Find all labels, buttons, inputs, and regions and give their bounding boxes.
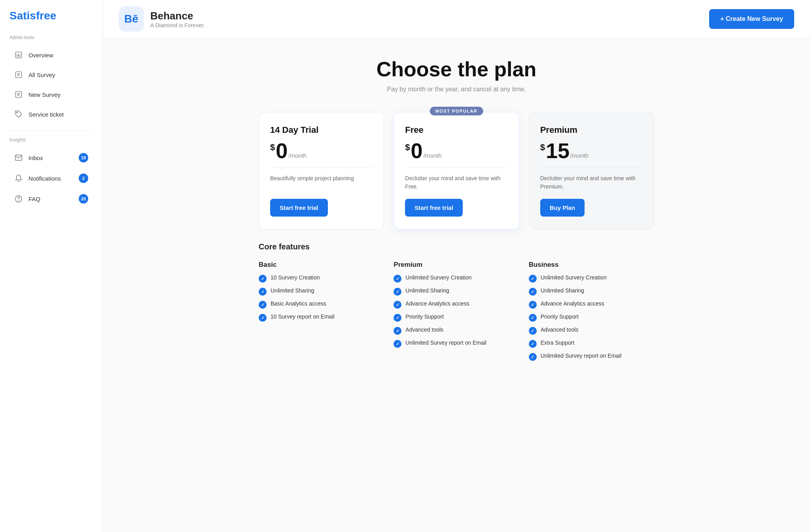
sidebar-new-survey-label: New Survey <box>28 91 88 98</box>
feature-text: Unlimited Survery Creation <box>405 274 471 281</box>
feature-item: Extra Support <box>529 340 654 348</box>
feature-text: Unlimited Sharing <box>405 287 449 294</box>
plan-divider-premium <box>540 168 643 168</box>
feature-item: Unlimited Survey report on Email <box>394 340 519 348</box>
check-icon <box>529 327 537 335</box>
feature-item: Unlimited Survery Creation <box>394 274 519 283</box>
feature-col-premium-title: Premium <box>394 261 519 269</box>
feature-text: Unlimited Survey report on Email <box>405 340 486 346</box>
check-icon <box>394 340 401 348</box>
inbox-badge: 18 <box>79 153 88 162</box>
feature-text: Advance Analytics access <box>541 300 604 307</box>
doc-icon <box>14 90 23 99</box>
feature-col-business-title: Business <box>529 261 654 269</box>
feature-text: Unlimited Survery Creation <box>541 274 607 281</box>
price-period-trial: /month <box>288 152 307 159</box>
sidebar-inbox-label: Inbox <box>28 155 73 161</box>
check-icon <box>394 314 401 322</box>
feature-text: 10 Survery Creation <box>271 274 320 281</box>
list-icon <box>14 70 23 79</box>
trial-btn[interactable]: Start free trial <box>270 199 328 217</box>
feature-text: Advanced tools <box>541 326 579 333</box>
chat-icon <box>14 194 23 203</box>
feature-text: Priority Support <box>405 313 443 320</box>
notifications-badge: 2 <box>79 174 88 183</box>
check-icon <box>259 288 267 296</box>
feature-item: Advance Analytics access <box>394 300 519 309</box>
header: Bē Behance A Diamond is Forever. + Creat… <box>103 0 810 38</box>
check-icon <box>394 288 401 296</box>
check-icon <box>529 340 537 348</box>
pricing-content: Choose the plan Pay by month or the year… <box>103 38 810 532</box>
feature-text: Priority Support <box>541 313 579 320</box>
brand-text: Behance A Diamond is Forever. <box>150 10 205 28</box>
check-icon <box>259 301 267 309</box>
feature-item: Priority Support <box>394 313 519 322</box>
plan-premium-name: Premium <box>540 125 643 135</box>
popular-badge: MOST POPULAR <box>430 107 483 115</box>
brand-icon: Bē <box>119 6 144 32</box>
check-icon <box>529 314 537 322</box>
feature-item: Unlimited Survey report on Email <box>529 353 654 361</box>
sidebar-overview-label: Overview <box>28 52 88 58</box>
plan-hero: Choose the plan Pay by month or the year… <box>119 57 794 93</box>
features-section: Core features Basic 10 Survery Creation … <box>259 242 654 366</box>
sidebar-item-service-ticket[interactable]: Service ticket <box>5 105 98 123</box>
plan-title: Choose the plan <box>119 57 794 81</box>
free-btn[interactable]: Start free trial <box>405 199 463 217</box>
price-amount-premium: 15 <box>546 140 570 161</box>
sidebar-divider <box>9 130 93 131</box>
inbox-icon <box>14 153 23 162</box>
app-logo[interactable]: Satisfree <box>0 9 102 35</box>
check-icon <box>529 275 537 283</box>
check-icon <box>394 301 401 309</box>
feature-item: Basic Analytics access <box>259 300 384 309</box>
features-grid: Basic 10 Survery Creation Unlimited Shar… <box>259 261 654 366</box>
main-content: Bē Behance A Diamond is Forever. + Creat… <box>103 0 810 532</box>
plan-desc-free: Declutter your mind and save time with F… <box>405 174 507 191</box>
feature-text: Unlimited Survey report on Email <box>541 353 622 359</box>
svg-point-3 <box>17 112 18 113</box>
sidebar-faq-label: FAQ <box>28 196 73 202</box>
sidebar-all-survey-label: All Survey <box>28 72 88 78</box>
feature-item: Priority Support <box>529 313 654 322</box>
feature-text: Advance Analytics access <box>405 300 469 307</box>
create-new-survey-button[interactable]: + Create New Survey <box>709 9 794 29</box>
price-dollar-premium: $ <box>540 143 545 152</box>
plan-divider-trial <box>270 168 373 168</box>
admin-section-label: Admin tools <box>0 35 102 45</box>
core-features-label: Core features <box>259 242 654 251</box>
plan-divider-free <box>405 168 507 168</box>
pricing-card-premium: Premium $ 15 /month Declutter your mind … <box>529 112 654 230</box>
feature-text: Unlimited Sharing <box>541 287 585 294</box>
insights-section-label: Insights <box>0 137 102 147</box>
plan-free-price: $ 0 /month <box>405 140 507 161</box>
sidebar-item-faq[interactable]: FAQ 20 <box>5 189 98 208</box>
check-icon <box>394 327 401 335</box>
sidebar-item-overview[interactable]: Overview <box>5 46 98 64</box>
sidebar-notifications-label: Notifications <box>28 175 73 182</box>
bell-icon <box>14 174 23 183</box>
sidebar-item-new-survey[interactable]: New Survey <box>5 85 98 104</box>
feature-text: Basic Analytics access <box>271 300 326 307</box>
sidebar-item-notifications[interactable]: Notifications 2 <box>5 169 98 188</box>
check-icon <box>529 301 537 309</box>
feature-text: Advanced tools <box>405 326 443 333</box>
sidebar: Satisfree Admin tools Overview All Surve… <box>0 0 103 532</box>
price-period-premium: /month <box>570 152 589 159</box>
feature-col-business: Business Unlimited Survery Creation Unli… <box>529 261 654 366</box>
feature-item: Unlimited Survery Creation <box>529 274 654 283</box>
sidebar-item-all-survey[interactable]: All Survey <box>5 66 98 84</box>
check-icon <box>529 288 537 296</box>
sidebar-item-inbox[interactable]: Inbox 18 <box>5 148 98 167</box>
feature-item: 10 Survery Creation <box>259 274 384 283</box>
pricing-card-trial: 14 Day Trial $ 0 /month Beautifully simp… <box>259 112 384 230</box>
pricing-card-free: MOST POPULAR Free $ 0 /month Declutter y… <box>394 112 519 230</box>
tag-icon <box>14 110 23 119</box>
pricing-grid: 14 Day Trial $ 0 /month Beautifully simp… <box>259 112 654 230</box>
price-amount-free: 0 <box>411 140 423 161</box>
premium-btn[interactable]: Buy Plan <box>540 199 585 217</box>
svg-point-5 <box>19 201 19 201</box>
price-period-free: /month <box>424 152 442 159</box>
brand-name: Behance <box>150 10 205 22</box>
